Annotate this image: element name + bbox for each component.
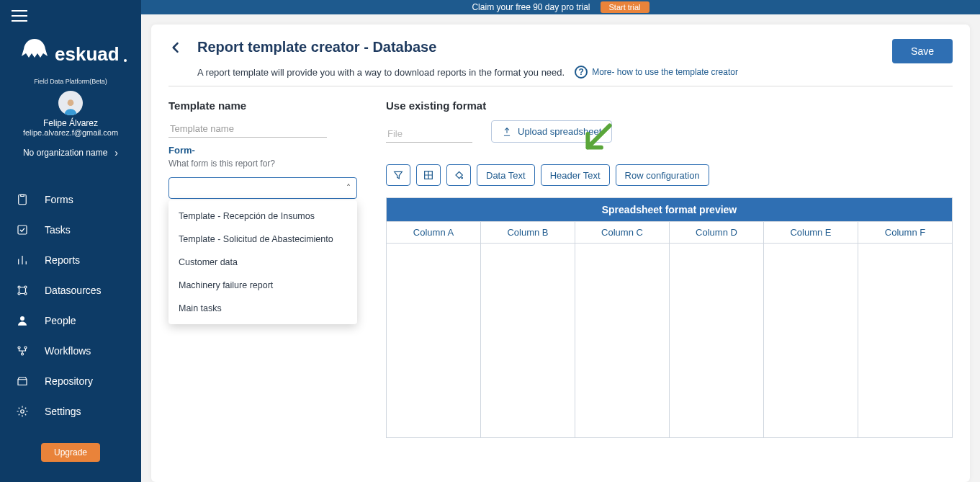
- repository-icon: [16, 375, 29, 388]
- svg-point-13: [21, 410, 24, 414]
- preview-title: Spreadsheet format preview: [387, 198, 952, 221]
- sidebar-item-label: Datasources: [45, 285, 102, 296]
- filter-icon: [392, 169, 404, 181]
- sidebar-item-forms[interactable]: Forms: [0, 184, 141, 215]
- sidebar-item-tasks[interactable]: Tasks: [0, 215, 141, 245]
- sidebar-item-settings[interactable]: Settings: [0, 396, 141, 427]
- brand-tagline: Field Data Platform(Beta): [7, 78, 134, 85]
- hint-arrow-icon: [576, 119, 616, 162]
- form-combobox-menu: Template - Recepción de Insumos Template…: [168, 200, 357, 324]
- svg-point-1: [124, 59, 127, 62]
- combo-option[interactable]: Main tasks: [168, 297, 357, 320]
- divider: [168, 86, 953, 86]
- form-combobox[interactable]: ˄ Template - Recepción de Insumos Templa…: [168, 177, 357, 199]
- combo-option[interactable]: Template - Recepción de Insumos: [168, 205, 357, 228]
- column-header[interactable]: Column D: [670, 222, 764, 243]
- brand-block: eskuad Field Data Platform(Beta) Felipe …: [0, 29, 141, 179]
- paint-bucket-icon: [453, 169, 464, 181]
- sidebar-item-datasources[interactable]: Datasources: [0, 275, 141, 305]
- form-section-label: Form-: [168, 145, 357, 156]
- checkbox-icon: [16, 223, 29, 236]
- row-config-button[interactable]: Row configuration: [616, 164, 709, 186]
- user-email: felipe.alvarez.f@gmail.com: [7, 128, 134, 137]
- toolbar: Data Text Header Text Row configuration: [386, 164, 953, 186]
- promo-bar: Claim your free 90 day pro trial Start t…: [141, 0, 980, 14]
- chevron-up-icon: ˄: [346, 183, 351, 193]
- svg-rect-4: [18, 226, 27, 234]
- svg-point-2: [68, 99, 74, 106]
- svg-point-6: [24, 286, 27, 288]
- paint-button[interactable]: [446, 164, 471, 186]
- page-title: Report template creator - Database: [197, 39, 738, 55]
- combo-option[interactable]: Customer data: [168, 251, 357, 274]
- form-combobox-input[interactable]: [175, 183, 346, 194]
- svg-point-9: [20, 316, 24, 321]
- column-header[interactable]: Column F: [858, 222, 952, 243]
- help-link[interactable]: ? More- how to use the template creator: [575, 66, 738, 79]
- column-header[interactable]: Column A: [387, 222, 481, 243]
- clipboard-icon: [16, 193, 29, 206]
- help-label: More- how to use the template creator: [592, 67, 738, 77]
- sidebar-item-people[interactable]: People: [0, 305, 141, 336]
- svg-point-10: [18, 347, 20, 349]
- svg-point-5: [18, 286, 20, 288]
- sidebar-item-label: Reports: [45, 254, 80, 266]
- chevron-right-icon: ›: [114, 147, 118, 159]
- svg-point-7: [18, 293, 20, 295]
- spreadsheet-preview: Spreadsheet format preview Column A Colu…: [386, 197, 953, 438]
- combo-option[interactable]: Machinery failure report: [168, 274, 357, 297]
- workflow-icon: [16, 344, 29, 357]
- back-button[interactable]: [168, 39, 183, 58]
- sidebar-item-label: People: [45, 315, 76, 326]
- sidebar-item-label: Workflows: [45, 345, 91, 357]
- data-text-button[interactable]: Data Text: [477, 164, 535, 186]
- column-header[interactable]: Column B: [481, 222, 575, 243]
- template-name-input[interactable]: [168, 120, 327, 138]
- sidebar-item-workflows[interactable]: Workflows: [0, 336, 141, 366]
- column-header[interactable]: Column C: [575, 222, 670, 243]
- svg-point-12: [22, 353, 24, 355]
- sidebar: eskuad Field Data Platform(Beta) Felipe …: [0, 0, 141, 482]
- sidebar-item-label: Repository: [45, 375, 93, 387]
- datasource-icon: [16, 284, 29, 297]
- svg-point-8: [24, 293, 27, 295]
- promo-text: Claim your free 90 day pro trial: [472, 2, 590, 12]
- main: Claim your free 90 day pro trial Start t…: [141, 0, 980, 482]
- person-icon: [16, 314, 29, 327]
- filter-button[interactable]: [386, 164, 410, 186]
- upload-icon: [502, 127, 512, 137]
- gear-icon: [16, 405, 29, 418]
- svg-point-15: [461, 177, 463, 179]
- svg-point-11: [24, 347, 27, 349]
- org-name: No organization name: [23, 148, 107, 158]
- column-header[interactable]: Column E: [764, 222, 858, 243]
- sidebar-item-label: Settings: [45, 406, 81, 417]
- svg-text:eskuad: eskuad: [55, 43, 120, 65]
- combo-option[interactable]: Template - Solicitud de Abastecimiento: [168, 228, 357, 251]
- file-input[interactable]: File: [386, 125, 472, 143]
- sidebar-item-label: Forms: [45, 194, 73, 205]
- bar-chart-icon: [16, 254, 29, 267]
- user-name: Felipe Álvarez: [7, 118, 134, 128]
- main-nav: Forms Tasks Reports Datasources People W…: [0, 184, 141, 427]
- save-button[interactable]: Save: [892, 39, 953, 63]
- avatar[interactable]: [58, 91, 83, 115]
- form-helper-text: What form is this report for?: [168, 159, 357, 169]
- existing-format-label: Use existing format: [386, 99, 953, 112]
- header-text-button[interactable]: Header Text: [541, 164, 610, 186]
- start-trial-button[interactable]: Start trial: [601, 1, 649, 13]
- grid-button[interactable]: [416, 164, 441, 186]
- preview-body: [387, 243, 952, 437]
- help-icon: ?: [575, 66, 588, 79]
- page-subtitle: A report template will provide you with …: [197, 67, 565, 78]
- sidebar-item-label: Tasks: [45, 224, 71, 236]
- sidebar-item-repository[interactable]: Repository: [0, 366, 141, 396]
- template-name-label: Template name: [168, 99, 357, 112]
- grid-icon: [423, 169, 434, 181]
- sidebar-item-reports[interactable]: Reports: [0, 245, 141, 275]
- logo-icon: eskuad: [13, 33, 128, 76]
- org-switcher[interactable]: No organization name ›: [7, 147, 134, 159]
- upgrade-button[interactable]: Upgrade: [41, 443, 100, 462]
- menu-icon[interactable]: [12, 10, 27, 22]
